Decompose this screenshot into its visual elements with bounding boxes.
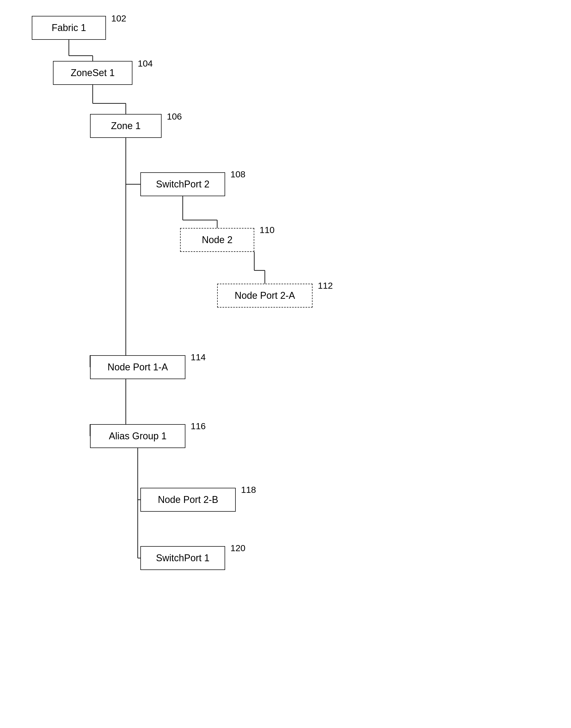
ref-120: 120 — [230, 543, 245, 553]
ref-108: 108 — [230, 169, 245, 179]
node-switchport2: SwitchPort 2 — [140, 172, 225, 196]
ref-110: 110 — [259, 225, 275, 235]
node-nodeport1a: Node Port 1-A — [90, 355, 186, 379]
ref-116: 116 — [191, 421, 206, 431]
ref-106: 106 — [167, 111, 182, 122]
node-node2: Node 2 — [180, 228, 254, 252]
node-switchport1: SwitchPort 1 — [140, 546, 225, 570]
node-zoneset1: ZoneSet 1 — [53, 61, 132, 85]
node-nodeport2b: Node Port 2-B — [140, 488, 236, 512]
node-fabric1: Fabric 1 — [32, 16, 106, 40]
ref-114: 114 — [191, 352, 206, 362]
ref-104: 104 — [138, 58, 153, 69]
connectors-svg — [0, 0, 571, 728]
node-aliasgroup1: Alias Group 1 — [90, 424, 186, 448]
node-zone1: Zone 1 — [90, 114, 161, 138]
ref-102: 102 — [111, 13, 126, 24]
node-nodeport2a: Node Port 2-A — [217, 284, 313, 307]
ref-118: 118 — [241, 485, 256, 495]
ref-112: 112 — [318, 280, 333, 291]
diagram-container: Fabric 1 102 ZoneSet 1 104 Zone 1 106 Sw… — [0, 0, 571, 728]
